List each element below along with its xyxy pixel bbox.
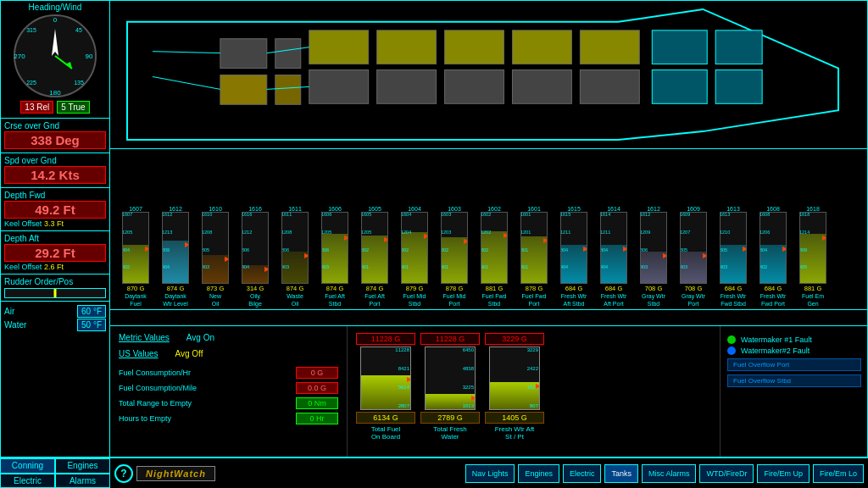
scale-label-16-0: 1608 — [760, 213, 770, 218]
tank-bar-0: 16071205804402▶ — [122, 212, 149, 284]
scale-label-9-2: 802 — [481, 248, 488, 253]
scale-label-5-0: 1606 — [321, 213, 331, 218]
gauge-scale-2-1: 2422 — [527, 366, 538, 371]
tank-bar-2: 16101208805403▶ — [202, 212, 229, 284]
electric-nav-btn[interactable]: Electric — [563, 464, 602, 483]
svg-rect-21 — [512, 70, 571, 104]
tank-item-4: 161116111208806403▶874 GWasteOil — [276, 206, 314, 308]
gauge-scale-0-2: 5614 — [398, 385, 409, 390]
ship-outline-svg — [110, 1, 867, 148]
svg-text:225: 225 — [26, 80, 36, 86]
tanks-nav-btn[interactable]: Tanks — [604, 464, 638, 483]
wtd-firedr-btn[interactable]: WTD/FireDr — [699, 464, 754, 483]
scale-label-13-0: 1612 — [640, 213, 650, 218]
tank-arrow-5: ▶ — [344, 234, 348, 241]
fuel-gauge-top-2: 3229 G — [485, 333, 544, 345]
conning-tab[interactable]: Conning — [0, 458, 55, 474]
alarms-tab[interactable]: Alarms — [55, 474, 110, 489]
fuel-gauges-area: 11228 G112288421561428070▶6134 GTotal Fu… — [348, 326, 720, 457]
scale-label-9-1: 1202 — [481, 230, 491, 236]
tank-gallons-5: 874 G — [326, 285, 343, 292]
tank-label-13: Gray WtrStbd — [642, 293, 665, 308]
fuel-gauge-bottom-1: 2789 G — [420, 412, 480, 424]
tank-num-4: 1611 — [288, 206, 302, 213]
tank-gallons-11: 684 G — [565, 285, 582, 292]
scale-label-17-2: 809 — [799, 248, 807, 253]
scale-label-1-3: 404 — [162, 265, 170, 270]
engines-nav-btn[interactable]: Engines — [518, 464, 559, 483]
gauge-arrow-0: ▶ — [407, 375, 411, 383]
scale-label-4-2: 806 — [281, 248, 289, 253]
tank-num-0: 1607 — [129, 206, 142, 213]
scale-label-15-3: 403 — [720, 265, 727, 270]
tank-num-14: 1609 — [687, 206, 700, 213]
depth-aft-value: 29.2 Ft — [4, 244, 106, 262]
svg-text:45: 45 — [75, 27, 82, 33]
tank-fill-9 — [481, 231, 507, 283]
svg-rect-27 — [715, 70, 762, 104]
tank-label-0: DaytankFuel — [125, 293, 147, 308]
metrics-area: Metric Values Avg On US Values Avg Off F… — [110, 325, 868, 457]
scale-label-3-0: 1616 — [242, 213, 252, 218]
hours-empty-label: Hours to Empty — [119, 414, 296, 423]
svg-rect-16 — [377, 30, 437, 64]
scale-label-14-3: 403 — [680, 265, 687, 270]
tank-item-16: 160816081206804402▶684 GFresh WtrFwd Por… — [754, 206, 792, 308]
tank-item-7: 160416041204802401▶879 GFuel MidStbd — [396, 206, 433, 308]
misc-alarms-btn[interactable]: Misc Alarms — [642, 464, 697, 483]
air-water-section: Air 60 °F Water 50 °F — [1, 302, 109, 335]
avg-on-btn[interactable]: Avg On — [186, 333, 214, 342]
scale-label-7-2: 802 — [401, 248, 409, 253]
tank-label-12: Fresh WtrAft Port — [601, 293, 627, 308]
water-row: Water 50 °F — [4, 319, 106, 331]
gauge-arrow-1: ▶ — [471, 394, 476, 402]
svg-rect-17 — [377, 70, 437, 104]
scale-label-16-3: 402 — [760, 265, 767, 270]
scale-label-5-2: 806 — [321, 248, 329, 253]
rel-badge: 13 Rel — [20, 101, 53, 114]
tank-arrow-2: ▶ — [225, 255, 229, 263]
fire-em-up-btn[interactable]: Fire/Em Up — [757, 464, 810, 483]
scale-label-11-0: 1615 — [560, 213, 570, 218]
fuel-gauge-item-1: 11228 G64504838322516130▶2789 GTotal Fre… — [420, 333, 480, 450]
metric-values-btn[interactable]: Metric Values — [119, 333, 170, 342]
tank-bar-6: 16051205802401▶ — [361, 212, 388, 284]
engines-tab[interactable]: Engines — [55, 458, 110, 474]
scale-label-11-2: 804 — [560, 248, 568, 253]
tank-arrow-9: ▶ — [504, 231, 508, 239]
air-value: 60 °F — [77, 305, 106, 318]
fuel-overflow-port: Fuel Overflow Port — [727, 358, 861, 371]
metric-toggles-2: US Values Avg Off — [119, 349, 338, 358]
scale-label-11-1: 1211 — [560, 230, 570, 236]
help-button[interactable]: ? — [114, 464, 133, 483]
heading-wind-section: Heading/Wind 0 90 180 270 315 45 135 225 — [1, 1, 109, 119]
gauge-scale-2-0: 3229 — [527, 347, 538, 352]
us-values-btn[interactable]: US Values — [119, 349, 159, 358]
avg-off-btn[interactable]: Avg Off — [175, 349, 203, 358]
fuel-gauge-label-1: Total FreshWater — [433, 425, 467, 441]
tank-num-5: 1606 — [328, 206, 342, 213]
tank-arrow-12: ▶ — [623, 245, 627, 252]
range-empty-value: 0 Nm — [296, 397, 338, 409]
tank-bar-11: 16151211804404▶ — [560, 212, 587, 284]
watermaker-panel: Watermaker #1 Fault Watermaker#2 Fault F… — [720, 326, 868, 457]
scale-label-6-3: 401 — [361, 265, 369, 270]
tank-bar-3: 16161212806404▶ — [242, 212, 269, 284]
nav-lights-btn[interactable]: Nav Lights — [465, 464, 515, 483]
tank-item-8: 160316031203802401▶878 GFuel MidPort — [436, 206, 473, 308]
fuel-mile-label: Fuel Consumption/Mile — [119, 384, 296, 392]
tank-item-6: 160516051205802401▶874 GFuel AftPort — [356, 206, 393, 308]
svg-text:270: 270 — [14, 53, 25, 60]
fuel-gauge-item-2: 3229 G3229242216158070▶1405 GFresh Wtr A… — [485, 333, 544, 450]
fire-em-lo-btn[interactable]: Fire/Em Lo — [813, 464, 864, 483]
fuel-gauge-top-1: 11228 G — [420, 333, 480, 345]
scale-label-10-0: 1601 — [520, 213, 531, 218]
scale-label-14-0: 1609 — [680, 213, 690, 218]
svg-rect-10 — [220, 39, 267, 69]
scale-label-12-2: 804 — [600, 248, 608, 253]
tank-arrow-1: ▶ — [185, 241, 189, 248]
scale-label-3-2: 806 — [242, 248, 249, 253]
electric-tab[interactable]: Electric — [0, 474, 55, 489]
scale-label-15-0: 1613 — [720, 213, 730, 218]
scale-label-15-2: 805 — [720, 248, 727, 253]
